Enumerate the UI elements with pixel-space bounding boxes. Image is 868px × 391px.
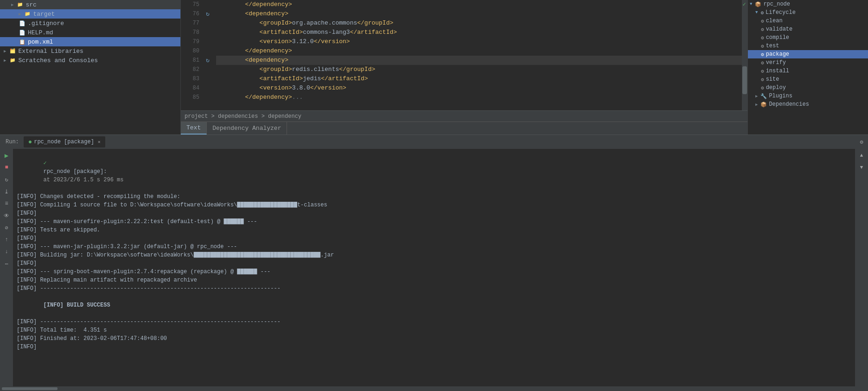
sidebar-label-src: src bbox=[26, 1, 36, 8]
filter-button[interactable]: ⊘ bbox=[2, 223, 11, 232]
scroll-end-button[interactable]: ⤓ bbox=[2, 187, 11, 196]
maven-compile[interactable]: ⚙ compile bbox=[748, 33, 868, 42]
play-button[interactable]: ▶ bbox=[2, 151, 11, 160]
gutter-81[interactable]: ↻ bbox=[203, 56, 212, 65]
maven-deploy[interactable]: ⚙ deploy bbox=[748, 83, 868, 92]
sidebar-item-target[interactable]: ▶ 📁 target bbox=[0, 9, 180, 19]
console-line-6: [INFO] --- maven-jar-plugin:3.2.2:jar (d… bbox=[17, 243, 851, 251]
expand-arrow-lifecycle: ▼ bbox=[755, 10, 758, 15]
expand-arrow-target: ▶ bbox=[19, 12, 21, 17]
console-line-11: [INFO] ---------------------------------… bbox=[17, 284, 851, 293]
gutter-76[interactable]: ↻ bbox=[203, 9, 212, 19]
code-line-76: <dependency> bbox=[216, 9, 742, 19]
sidebar-item-helpmd[interactable]: 📄 HELP.md bbox=[0, 28, 180, 37]
run-info-text: rpc_node [package]: bbox=[44, 168, 107, 175]
maven-verify[interactable]: ⚙ verify bbox=[748, 58, 868, 67]
sidebar-item-src[interactable]: ▶ 📁 src bbox=[0, 0, 180, 9]
code-line-78: <artifactId>commons-lang3</artifactId> bbox=[216, 28, 742, 37]
gutter-78 bbox=[203, 28, 212, 37]
fold-button[interactable]: ≡ bbox=[2, 199, 11, 208]
h-scrollbar-thumb[interactable] bbox=[2, 387, 57, 390]
maven-package[interactable]: ⚙ package bbox=[748, 50, 868, 58]
console-line-1: [INFO] Compiling 1 source file to D:\Wor… bbox=[17, 201, 851, 209]
expand-arrow-src: ▶ bbox=[11, 2, 13, 7]
gear-icon-install: ⚙ bbox=[761, 68, 764, 74]
expand-arrow-rpc: ▼ bbox=[750, 2, 752, 6]
code-lines[interactable]: </dependency> <dependency> <groupId>org.… bbox=[212, 0, 742, 110]
gutter-82 bbox=[203, 65, 212, 74]
scrollbar-thumb[interactable] bbox=[742, 66, 747, 94]
reload-icon-81[interactable]: ↻ bbox=[206, 57, 210, 64]
tab-text[interactable]: Text bbox=[181, 122, 207, 135]
right-scrollbar: ▲ ▼ bbox=[855, 149, 868, 386]
maven-clean[interactable]: ⚙ clean bbox=[748, 17, 868, 25]
eye-button[interactable]: 👁 bbox=[2, 211, 11, 220]
gutter-84 bbox=[203, 83, 212, 93]
console-line-13: [INFO] ---------------------------------… bbox=[17, 318, 851, 326]
sidebar-item-scratches[interactable]: ▶ 📁 Scratches and Consoles bbox=[0, 56, 180, 65]
editor-scrollbar[interactable]: ✓ bbox=[742, 0, 747, 110]
maven-validate-label: validate bbox=[766, 26, 793, 32]
console-output: ✓ rpc_node [package]: at 2023/2/6 1.5 s … bbox=[13, 149, 855, 386]
more-button[interactable]: ⋯ bbox=[2, 259, 11, 269]
editor-area: 75 76 77 78 79 80 81 82 83 84 85 ↻ bbox=[181, 0, 747, 135]
bottom-scrollbar[interactable] bbox=[0, 386, 868, 391]
maven-validate[interactable]: ⚙ validate bbox=[748, 25, 868, 33]
sidebar-item-pomxml[interactable]: 📋 pom.xml bbox=[0, 37, 180, 46]
code-line-75: </dependency> bbox=[216, 0, 742, 9]
close-tab-icon[interactable]: ✕ bbox=[98, 139, 101, 145]
maven-lifecycle[interactable]: ▼ ⚙ Lifecycle bbox=[748, 8, 868, 17]
settings-button[interactable]: ⚙ bbox=[857, 137, 866, 147]
gear-icon-package: ⚙ bbox=[761, 51, 764, 58]
gutter-75 bbox=[203, 0, 212, 9]
up-arrow-button[interactable]: ↑ bbox=[2, 235, 11, 244]
scroll-down-btn[interactable]: ▼ bbox=[857, 163, 866, 172]
console-line-5: [INFO] bbox=[17, 234, 851, 243]
sidebar-item-external-libs[interactable]: ▶ 🗂️ External Libraries bbox=[0, 46, 180, 56]
checkmark-indicator: ✓ bbox=[741, 1, 747, 7]
maven-node-rpc[interactable]: ▼ 📦 rpc_node bbox=[748, 0, 868, 8]
console-line-0: [INFO] Changes detected - recompiling th… bbox=[17, 192, 851, 201]
reload-icon-76[interactable]: ↻ bbox=[206, 10, 210, 18]
maven-install[interactable]: ⚙ install bbox=[748, 67, 868, 75]
code-line-84: <version>3.8.0</version> bbox=[216, 83, 742, 93]
maven-package-label: package bbox=[766, 51, 789, 58]
console-line-7: [INFO] Building jar: D:\Workspace\softwa… bbox=[17, 251, 851, 259]
expand-arrow-scratch: ▶ bbox=[4, 58, 6, 63]
stop-button[interactable]: ■ bbox=[2, 163, 11, 172]
editor-tabs: Text Dependency Analyzer bbox=[181, 122, 747, 135]
right-panel: ▼ 📦 rpc_node ▼ ⚙ Lifecycle ⚙ clean ⚙ val… bbox=[747, 0, 868, 135]
run-tab-rpc-node[interactable]: ● rpc_node [package] ✕ bbox=[24, 136, 105, 147]
maven-dependencies[interactable]: ▶ 📦 Dependencies bbox=[748, 100, 868, 109]
run-toolbar: ▶ ■ ↻ ⤓ ≡ 👁 ⊘ ↑ ↓ ⋯ bbox=[0, 149, 13, 386]
folder-icon-src: 📁 bbox=[16, 1, 24, 8]
maven-deploy-label: deploy bbox=[766, 84, 786, 91]
tab-dependency-analyzer[interactable]: Dependency Analyzer bbox=[207, 122, 287, 135]
rerun-button[interactable]: ↻ bbox=[2, 175, 11, 184]
console-line-4: [INFO] Tests are skipped. bbox=[17, 226, 851, 234]
gutter-77 bbox=[203, 19, 212, 28]
sidebar-label-helpmd: HELP.md bbox=[28, 29, 53, 36]
bottom-tabs: Run: ● rpc_node [package] ✕ ⚙ bbox=[0, 135, 868, 149]
maven-test[interactable]: ⚙ test bbox=[748, 42, 868, 50]
bottom-panel: Run: ● rpc_node [package] ✕ ⚙ ▶ ■ ↻ ⤓ ≡ … bbox=[0, 135, 868, 391]
folder-icon-target: 📁 bbox=[24, 10, 31, 18]
run-time: at 2023/2/6 1.5 s 296 ms bbox=[44, 177, 124, 183]
deps-label: Dependencies bbox=[769, 101, 809, 108]
lifecycle-label: Lifecycle bbox=[766, 9, 796, 16]
main-area: ▶ 📁 src ▶ 📁 target 📄 .gitignore 📄 HELP.m… bbox=[0, 0, 868, 135]
maven-site[interactable]: ⚙ site bbox=[748, 75, 868, 83]
maven-site-label: site bbox=[766, 76, 779, 83]
maven-plugins[interactable]: ▶ 🔧 Plugins bbox=[748, 92, 868, 100]
down-arrow-button[interactable]: ↓ bbox=[2, 247, 11, 256]
sidebar-item-gitignore[interactable]: 📄 .gitignore bbox=[0, 19, 180, 28]
editor-content: 75 76 77 78 79 80 81 82 83 84 85 ↻ bbox=[181, 0, 747, 110]
code-line-80: </dependency> bbox=[216, 46, 742, 56]
console-line-10: [INFO] Replacing main artifact with repa… bbox=[17, 276, 851, 284]
gutter-79 bbox=[203, 37, 212, 46]
run-tab-label: rpc_node [package] bbox=[34, 139, 94, 145]
deps-icon: 📦 bbox=[760, 102, 767, 108]
scroll-up-btn[interactable]: ▲ bbox=[857, 151, 866, 160]
code-line-82: <groupId>redis.clients</groupId> bbox=[216, 65, 742, 74]
editor-gutter-icons: ↻ ↻ bbox=[203, 0, 212, 110]
